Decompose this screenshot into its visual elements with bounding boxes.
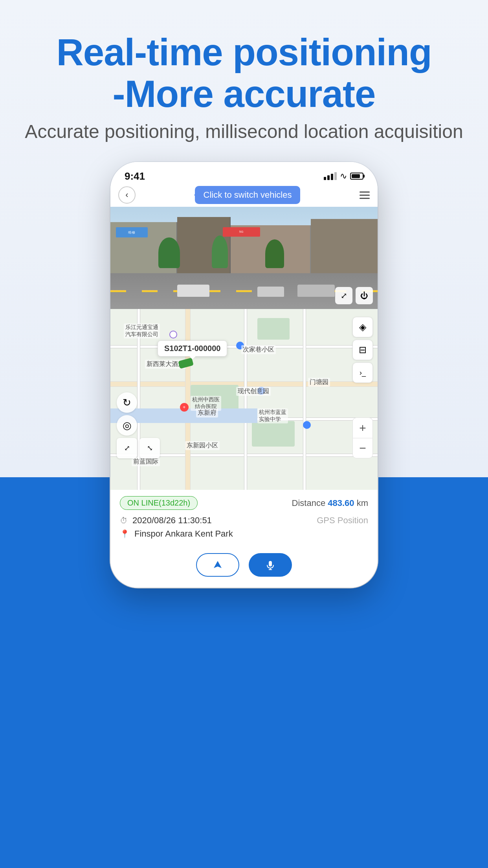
terminal-button[interactable]: ›_ [352, 362, 373, 383]
map-label: 乐江元通宝通汽车有限公司 [124, 324, 160, 338]
microphone-icon [265, 559, 276, 570]
navigate-icon [212, 559, 223, 570]
action-buttons [110, 547, 378, 588]
map-label: 次家巷小区 [241, 345, 276, 354]
menu-line [360, 198, 370, 199]
locate-icon: ◎ [123, 419, 132, 432]
map-zoom-controls: + − [352, 417, 373, 458]
menu-button[interactable] [360, 191, 370, 199]
datetime-row: ⏱ 2020/08/26 11:30:51 GPS Position [120, 515, 368, 526]
map-label: 门塘园 [308, 378, 330, 387]
status-bar: 9:41 ∿ [110, 162, 378, 183]
switch-vehicles-tooltip[interactable]: Click to switch vehicles [195, 186, 301, 204]
svg-rect-1 [269, 561, 272, 566]
map-green-area [257, 318, 290, 340]
power-button[interactable]: ⏻ [356, 287, 373, 304]
map-label: 现代创意园 [236, 387, 271, 396]
wifi-icon: ∿ [340, 171, 347, 181]
map-label: 东新府 [196, 408, 218, 417]
gps-label: GPS Position [317, 515, 368, 526]
location-pin-icon: 📍 [120, 529, 130, 539]
map-poi-blue [303, 421, 311, 429]
distance-value: 483.60 [328, 498, 354, 508]
map-label: 东新园小区 [185, 441, 220, 450]
map-left-controls: ↻ ◎ ⤢ ⤡ [117, 392, 160, 458]
menu-line [360, 195, 370, 196]
fence-icon: ⊟ [359, 344, 367, 355]
map-label: 杭州市蓝蓝实验中学 [257, 408, 288, 423]
fence-button[interactable]: ⊟ [352, 340, 373, 360]
page-title-line1: Real-time positioning [25, 31, 463, 73]
zoom-out-button[interactable]: − [352, 438, 373, 458]
fullscreen-map-icon1: ⤢ [124, 444, 130, 452]
header-subtitle: Accurate positioning, millisecond locati… [25, 121, 463, 142]
layers-icon: ◈ [359, 322, 366, 333]
svg-marker-0 [214, 561, 222, 568]
distance-text: Distance 483.60 km [292, 498, 368, 508]
signal-icon [324, 172, 337, 180]
status-time: 9:41 [125, 170, 145, 182]
fullscreen-icon: ⤢ [341, 291, 347, 300]
header-section: Real-time positioning -More accurate Acc… [25, 0, 463, 158]
zoom-in-button[interactable]: + [352, 417, 373, 438]
microphone-button[interactable] [249, 553, 292, 577]
street-view-controls: ⤢ ⏻ [335, 287, 373, 304]
refresh-button[interactable]: ↻ [117, 392, 137, 413]
menu-line [360, 191, 370, 193]
online-badge: ON LINE(13d22h) [120, 496, 198, 510]
status-row: ON LINE(13d22h) Distance 483.60 km [120, 496, 368, 510]
datetime-text: 2020/08/26 11:30:51 [132, 515, 312, 526]
vehicle-label[interactable]: S102T1-000000 [158, 340, 227, 357]
battery-icon [350, 173, 363, 180]
map-poi [169, 331, 177, 338]
street-view: 维/修 5G ⤢ ⏻ [110, 207, 378, 309]
map-road [244, 309, 247, 490]
navigate-button[interactable] [196, 553, 239, 577]
fullscreen-map-button2[interactable]: ⤡ [139, 438, 160, 458]
refresh-icon: ↻ [123, 397, 131, 409]
phone-mockup: 9:41 ∿ ‹ Click to switch vehicles [110, 162, 378, 588]
info-section: ON LINE(13d22h) Distance 483.60 km ⏱ 202… [110, 490, 378, 547]
zoom-out-icon: − [359, 441, 366, 455]
map-label: 前蓝国际 [132, 457, 160, 466]
fullscreen-map-icon2: ⤡ [147, 444, 153, 452]
location-text: Finspor Ankara Kent Park [134, 529, 233, 539]
map-view[interactable]: + 乐江元通宝通汽车有限公司 新西莱大酒店 杭州中西医结合医院 次家巷小区 现代… [110, 309, 378, 490]
back-icon: ‹ [125, 190, 128, 200]
fullscreen-map-button1[interactable]: ⤢ [117, 438, 137, 458]
app-navbar: ‹ Click to switch vehicles [110, 183, 378, 207]
back-button[interactable]: ‹ [118, 186, 136, 204]
layers-button[interactable]: ◈ [352, 317, 373, 337]
page-title-line2: -More accurate [25, 73, 463, 115]
zoom-in-icon: + [359, 421, 366, 435]
terminal-icon: ›_ [360, 369, 366, 377]
location-row: 📍 Finspor Ankara Kent Park [120, 529, 368, 539]
map-green-area [252, 421, 295, 446]
fullscreen-button[interactable]: ⤢ [335, 287, 352, 304]
phone-frame: 9:41 ∿ ‹ Click to switch vehicles [110, 162, 378, 588]
map-right-controls: ◈ ⊟ ›_ [352, 317, 373, 383]
map-road [185, 309, 191, 490]
clock-icon: ⏱ [120, 516, 128, 525]
status-icons: ∿ [324, 171, 363, 181]
power-icon: ⏻ [360, 291, 368, 300]
locate-button[interactable]: ◎ [117, 415, 137, 436]
map-road [303, 309, 306, 490]
